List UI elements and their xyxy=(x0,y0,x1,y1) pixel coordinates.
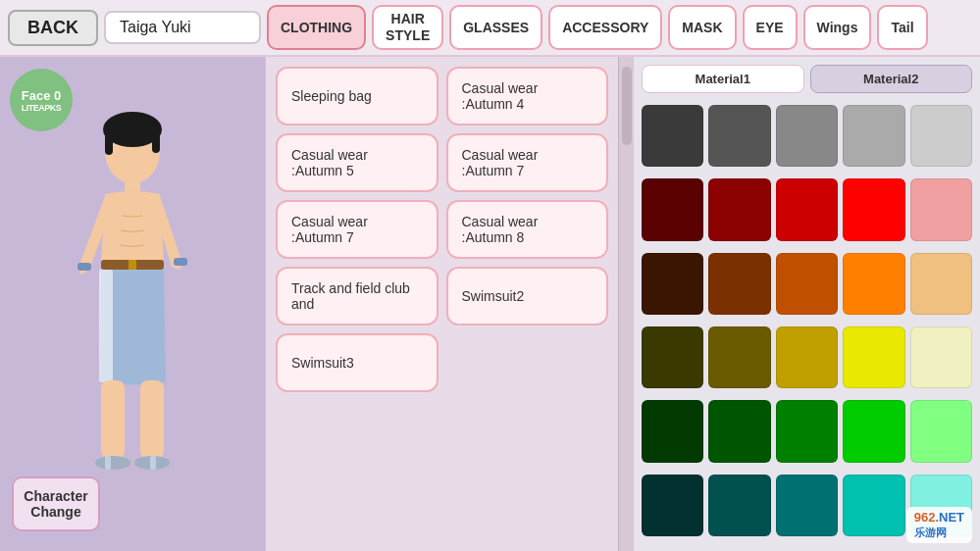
color-swatch-11[interactable] xyxy=(708,253,770,315)
color-swatch-13[interactable] xyxy=(843,253,904,315)
tab-wings[interactable]: Wings xyxy=(803,5,872,50)
color-swatch-18[interactable] xyxy=(843,326,904,388)
color-swatch-28[interactable] xyxy=(843,475,904,536)
color-swatch-0[interactable] xyxy=(642,105,703,167)
svg-rect-8 xyxy=(129,260,136,270)
svg-rect-9 xyxy=(99,270,113,382)
color-swatch-21[interactable] xyxy=(708,400,770,462)
color-swatch-22[interactable] xyxy=(776,400,838,462)
color-swatch-3[interactable] xyxy=(843,105,904,167)
character-panel: Face 0 LITEAPKS xyxy=(0,57,265,551)
material1-tab[interactable]: Material1 xyxy=(642,65,804,93)
svg-rect-16 xyxy=(77,263,91,271)
color-grid xyxy=(642,105,972,543)
face-label-text: Face 0 xyxy=(22,88,61,103)
color-swatch-27[interactable] xyxy=(776,475,838,536)
color-swatch-2[interactable] xyxy=(776,105,838,167)
clothing-item-track-field[interactable]: Track and field club and xyxy=(276,267,438,326)
scroll-thumb[interactable] xyxy=(622,67,632,145)
svg-rect-11 xyxy=(140,380,164,459)
color-swatch-24[interactable] xyxy=(910,400,972,462)
liteapks-label: LITEAPKS xyxy=(22,103,62,113)
color-swatch-25[interactable] xyxy=(642,475,703,536)
color-swatch-1[interactable] xyxy=(708,105,770,167)
color-swatch-17[interactable] xyxy=(776,326,838,388)
tab-tail[interactable]: Tail xyxy=(877,5,927,50)
tab-hairstyle[interactable]: HAIRSTYLE xyxy=(372,5,443,50)
color-swatch-9[interactable] xyxy=(910,178,972,240)
color-swatch-4[interactable] xyxy=(910,105,972,167)
color-swatch-16[interactable] xyxy=(708,326,770,388)
tab-mask[interactable]: MASK xyxy=(668,5,736,50)
clothing-row-1: Sleeping bag Casual wear:Autumn 4 xyxy=(276,67,608,125)
tab-eye[interactable]: EYE xyxy=(743,5,798,50)
svg-point-12 xyxy=(95,456,130,470)
svg-rect-3 xyxy=(152,125,160,153)
clothing-row-5: Swimsuit3 xyxy=(276,333,608,392)
character-name-input[interactable] xyxy=(104,11,261,44)
color-swatch-8[interactable] xyxy=(843,178,904,240)
clothing-item-sleeping-bag[interactable]: Sleeping bag xyxy=(276,67,438,125)
character-change-button[interactable]: CharacterChange xyxy=(12,476,100,531)
clothing-item-casual-autumn-7b[interactable]: Casual wear:Autumn 7 xyxy=(276,200,438,259)
color-swatch-14[interactable] xyxy=(910,253,972,315)
color-swatch-15[interactable] xyxy=(642,326,703,388)
svg-rect-2 xyxy=(105,125,113,155)
svg-rect-17 xyxy=(174,258,187,266)
clothing-item-casual-autumn-5[interactable]: Casual wear:Autumn 5 xyxy=(276,133,438,192)
top-bar: BACK CLOTHING HAIRSTYLE GLASSES ACCESSOR… xyxy=(0,0,980,57)
back-button[interactable]: BACK xyxy=(8,10,98,46)
clothing-list-panel: Sleeping bag Casual wear:Autumn 4 Casual… xyxy=(265,57,618,551)
clothing-item-casual-autumn-4[interactable]: Casual wear:Autumn 4 xyxy=(446,67,609,125)
material-tabs: Material1 Material2 xyxy=(642,65,972,93)
tab-accessory[interactable]: ACCESSORY xyxy=(548,5,662,50)
color-swatch-20[interactable] xyxy=(642,400,703,462)
scroll-bar[interactable] xyxy=(618,57,634,551)
clothing-item-swimsuit2[interactable]: Swimsuit2 xyxy=(446,267,609,326)
color-swatch-6[interactable] xyxy=(708,178,770,240)
color-panel: Material1 Material2 xyxy=(634,57,980,551)
clothing-item-swimsuit3[interactable]: Swimsuit3 xyxy=(276,333,438,392)
color-swatch-12[interactable] xyxy=(776,253,838,315)
main-area: Face 0 LITEAPKS xyxy=(0,57,980,551)
watermark-text: 962 xyxy=(914,510,936,525)
color-swatch-26[interactable] xyxy=(708,475,770,536)
character-figure xyxy=(64,108,201,500)
clothing-row-3: Casual wear:Autumn 7 Casual wear:Autumn … xyxy=(276,200,608,259)
color-swatch-23[interactable] xyxy=(843,400,904,462)
color-swatch-5[interactable] xyxy=(642,178,703,240)
svg-rect-13 xyxy=(105,456,111,470)
tab-clothing[interactable]: CLOTHING xyxy=(267,5,366,50)
character-svg xyxy=(64,108,201,500)
watermark-net: NET xyxy=(939,510,964,525)
color-swatch-10[interactable] xyxy=(642,253,703,315)
tab-glasses[interactable]: GLASSES xyxy=(449,5,542,50)
watermark: 962.NET 乐游网 xyxy=(906,507,972,543)
clothing-row-2: Casual wear:Autumn 5 Casual wear:Autumn … xyxy=(276,133,608,192)
color-swatch-19[interactable] xyxy=(910,326,972,388)
clothing-item-casual-autumn-8[interactable]: Casual wear:Autumn 8 xyxy=(446,200,609,259)
svg-rect-10 xyxy=(101,380,125,459)
material2-tab[interactable]: Material2 xyxy=(810,65,973,93)
clothing-row-4: Track and field club and Swimsuit2 xyxy=(276,267,608,326)
watermark-sub: 乐游网 xyxy=(914,526,947,538)
color-swatch-7[interactable] xyxy=(776,178,838,240)
svg-rect-15 xyxy=(150,456,156,470)
clothing-item-casual-autumn-7a[interactable]: Casual wear:Autumn 7 xyxy=(446,133,609,192)
